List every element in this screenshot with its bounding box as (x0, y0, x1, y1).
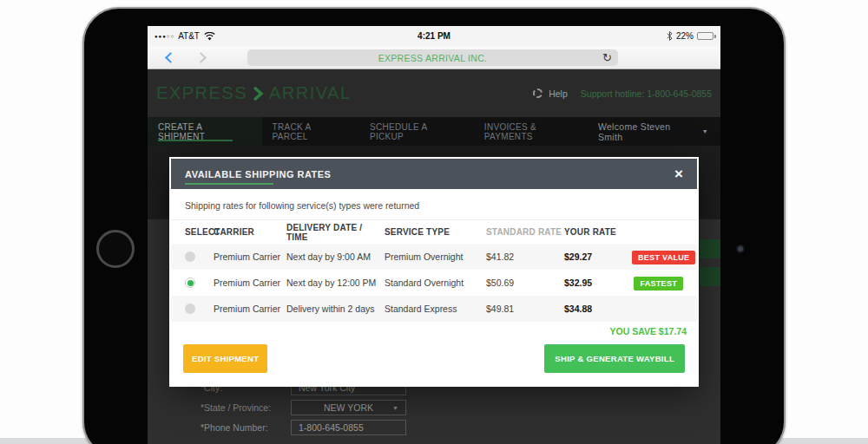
ship-generate-waybill-button[interactable]: SHIP & GENERATE WAYBILL (544, 344, 685, 373)
background-element (700, 239, 720, 258)
col-your-rate: YOUR RATE (564, 227, 632, 237)
close-icon[interactable]: × (674, 166, 683, 181)
standard-rate-cell: $41.82 (486, 251, 564, 262)
shipment-form: *City: New York City *State / Province: … (201, 380, 406, 440)
rate-radio[interactable] (185, 251, 195, 262)
rates-table-header: SELECT CARRIER DELIVERY DATE / TIME SERV… (171, 219, 697, 244)
site-logo[interactable]: EXPRESS ARRIVAL (156, 83, 352, 103)
site-header: EXPRESS ARRIVAL Help Support hotline: 1-… (148, 69, 720, 117)
camera-dot (736, 245, 745, 253)
service-cell: Standard Overnight (385, 278, 486, 288)
forward-button[interactable] (195, 52, 207, 63)
page-title: EXPRESS ARRIVAL INC. (378, 53, 488, 63)
your-rate-cell: $34.88 (564, 304, 632, 314)
webpage: EXPRESS ARRIVAL Help Support hotline: 1-… (148, 69, 720, 444)
state-label: *State / Province: (201, 402, 282, 413)
delivery-cell: Delivery within 2 days (286, 304, 385, 314)
rate-row[interactable]: Premium Carrier Delivery within 2 days S… (171, 296, 697, 322)
rate-radio[interactable] (185, 304, 195, 314)
service-cell: Premium Overnight (385, 251, 486, 262)
state-value: NEW YORK (324, 402, 373, 413)
bluetooth-icon (667, 31, 673, 41)
your-rate-cell: $29.27 (564, 251, 632, 262)
screen: ●●●○○ AT&T 4:21 PM 22% (148, 26, 720, 444)
background-element (700, 267, 720, 286)
help-link[interactable]: Help (549, 88, 568, 99)
support-hotline: Support hotline: 1-800-645-0855 (581, 88, 712, 99)
rate-radio[interactable] (185, 278, 195, 288)
phone-field[interactable]: 1-800-645-0855 (291, 420, 406, 435)
clock: 4:21 PM (148, 31, 720, 41)
battery-percent: 22% (676, 31, 694, 41)
standard-rate-cell: $50.69 (486, 278, 564, 288)
tablet-frame: ●●●○○ AT&T 4:21 PM 22% (82, 7, 786, 444)
page-content: *City: New York City *State / Province: … (148, 146, 720, 444)
nav-schedule-pickup[interactable]: SCHEDULE A PICKUP (359, 117, 474, 146)
user-menu[interactable]: Welcome Steven Smith ▼ (598, 117, 720, 146)
refresh-icon[interactable]: ↻ (602, 49, 612, 66)
modal-intro-text: Shipping rates for following service(s) … (171, 189, 697, 219)
col-delivery: DELIVERY DATE / TIME (286, 223, 385, 242)
home-button[interactable] (96, 230, 135, 268)
rate-badge: BEST VALUE (632, 251, 695, 264)
your-rate-cell: $32.95 (564, 278, 632, 288)
edit-shipment-button[interactable]: EDIT SHIPMENT (183, 344, 267, 373)
nav-track-parcel[interactable]: TRACK A PARCEL (262, 117, 359, 146)
col-standard-rate: STANDARD RATE (486, 227, 564, 237)
rate-row[interactable]: Premium Carrier Next day by 12:00 PM Sta… (171, 270, 697, 296)
logo-chevron-icon (253, 87, 264, 101)
welcome-label: Welcome Steven Smith (598, 121, 698, 142)
phone-label: *Phone Number: (201, 422, 282, 433)
logo-text-express: EXPRESS (156, 83, 247, 103)
carrier-cell: Premium Carrier (214, 304, 286, 314)
modal-title: AVAILABLE SHIPPING RATES (185, 169, 331, 180)
browser-toolbar: EXPRESS ARRIVAL INC. ↻ (148, 46, 720, 69)
nav-invoices-payments[interactable]: INVOICES & PAYMENTS (474, 117, 598, 146)
logo-text-arrival: ARRIVAL (269, 83, 352, 103)
nav-create-shipment[interactable]: CREATE A SHIPMENT (148, 117, 262, 146)
rate-badge: FASTEST (634, 277, 683, 291)
battery-icon (697, 32, 713, 40)
shipping-rates-modal: AVAILABLE SHIPPING RATES × Shipping rate… (169, 157, 699, 387)
service-cell: Standard Express (385, 304, 486, 314)
status-bar: ●●●○○ AT&T 4:21 PM 22% (148, 26, 720, 46)
modal-actions: EDIT SHIPMENT SHIP & GENERATE WAYBILL (171, 341, 697, 385)
delivery-cell: Next day by 12:00 PM (286, 278, 385, 288)
carrier-cell: Premium Carrier (214, 278, 286, 288)
back-button[interactable] (165, 52, 176, 63)
carrier-cell: Premium Carrier (214, 251, 286, 262)
modal-header: AVAILABLE SHIPPING RATES × (171, 159, 697, 189)
chevron-down-icon: ▼ (702, 128, 708, 134)
col-service: SERVICE TYPE (385, 227, 486, 237)
stage: ●●●○○ AT&T 4:21 PM 22% (0, 0, 868, 444)
col-carrier: CARRIER (214, 227, 286, 237)
help-icon (533, 88, 542, 98)
rate-row[interactable]: Premium Carrier Next day by 9:00 AM Prem… (171, 244, 697, 270)
you-save-label: YOU SAVE $17.74 (171, 322, 697, 341)
main-nav: CREATE A SHIPMENT TRACK A PARCEL SCHEDUL… (148, 117, 720, 146)
url-bar[interactable]: EXPRESS ARRIVAL INC. ↻ (247, 49, 618, 66)
col-select: SELECT (185, 227, 214, 237)
chevron-down-icon: ▼ (392, 405, 398, 411)
delivery-cell: Next day by 9:00 AM (286, 251, 385, 262)
state-select[interactable]: NEW YORK ▼ (291, 400, 406, 415)
standard-rate-cell: $49.81 (486, 304, 564, 314)
